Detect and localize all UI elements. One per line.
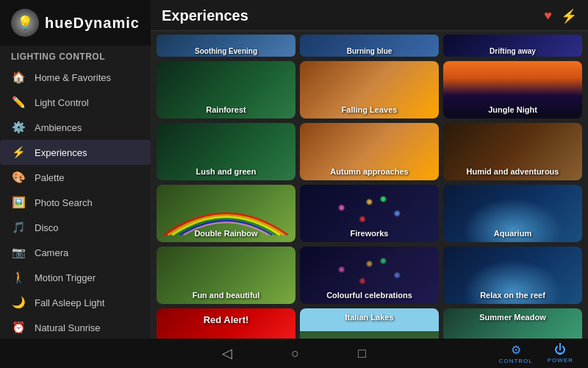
bottom-right-controls: ⚙ CONTROL ⏻ POWER xyxy=(499,343,573,364)
sidebar-item-light-control[interactable]: ✏️ Light Control xyxy=(0,90,151,115)
sidebar-item-camera[interactable]: 📷 Camera xyxy=(0,240,151,265)
grid-item-label: Fireworks xyxy=(300,229,439,238)
control-label: CONTROL xyxy=(499,358,533,364)
bottom-bar: ◁ ○ □ ⚙ CONTROL ⏻ POWER xyxy=(0,339,588,368)
grid-item-aquarium[interactable]: Aquarium xyxy=(443,185,582,242)
sidebar-item-fall-asleep[interactable]: 🌙 Fall Asleep Light xyxy=(0,290,151,315)
power-label: POWER xyxy=(548,357,573,364)
palette-icon: 🎨 xyxy=(11,171,26,184)
main-header: Experiences ♥ ⚡ xyxy=(151,0,588,31)
grid-item-label: Colourful celebrations xyxy=(300,291,439,300)
camera-icon: 📷 xyxy=(11,246,26,259)
grid-item-label: Autumn approaches xyxy=(300,167,439,176)
grid-item-burning-blue[interactable]: Burning blue xyxy=(300,35,439,57)
grid-item-label: Fun and beautiful xyxy=(157,291,295,300)
power-button[interactable]: ⏻ POWER xyxy=(548,343,573,364)
photo-icon: 🖼️ xyxy=(11,196,26,209)
grid-item-humid[interactable]: Humid and adventurous xyxy=(443,123,582,180)
sidebar-item-home[interactable]: 🏠 Home & Favorites xyxy=(0,65,151,90)
grid-item-label: Aquarium xyxy=(443,229,582,238)
grid-item-autumn[interactable]: Autumn approaches xyxy=(300,123,439,180)
grid-item-title: Summer Meadow xyxy=(443,313,582,322)
sidebar-item-label: Motion Trigger xyxy=(35,272,96,283)
grid-item-lush-green[interactable]: Lush and green xyxy=(157,123,295,180)
grid-item-rainforest[interactable]: Rainforest xyxy=(157,61,295,118)
sidebar-item-natural-sunrise[interactable]: ⏰ Natural Sunrise xyxy=(0,315,151,340)
heart-icon[interactable]: ♥ xyxy=(544,8,552,24)
control-button[interactable]: ⚙ CONTROL xyxy=(499,343,533,364)
experiences-grid: Rainforest Falling Leaves Jungle Night L… xyxy=(157,61,582,368)
sidebar-item-label: Experiences xyxy=(35,147,87,158)
sidebar-logo: 💡 hueDynamic xyxy=(0,0,151,46)
sidebar-item-label: Photo Search xyxy=(35,197,93,208)
grid-item-label: Lush and green xyxy=(157,167,295,176)
moon-icon: 🌙 xyxy=(11,296,26,309)
home-icon: 🏠 xyxy=(11,71,26,84)
power-icon: ⏻ xyxy=(554,343,566,356)
page-title: Experiences xyxy=(162,7,248,24)
sidebar-item-motion-trigger[interactable]: 🚶 Motion Trigger xyxy=(0,265,151,290)
sidebar-item-palette[interactable]: 🎨 Palette xyxy=(0,165,151,190)
grid-item-title: Italian Lakes xyxy=(300,313,439,322)
walk-icon: 🚶 xyxy=(11,271,26,284)
sidebar-item-disco[interactable]: 🎵 Disco xyxy=(0,215,151,240)
sidebar-item-label: Fall Asleep Light xyxy=(35,297,104,308)
recents-button[interactable]: □ xyxy=(358,346,366,361)
bolt-icon: ⚡ xyxy=(11,146,26,159)
bulb-icon: 💡 xyxy=(17,15,33,31)
grid-item-fun-beautiful[interactable]: Fun and beautiful xyxy=(157,247,295,304)
grid-item-fireworks[interactable]: Fireworks xyxy=(300,185,439,242)
gear-icon: ⚙️ xyxy=(11,121,26,134)
sidebar-item-label: Camera xyxy=(35,247,68,258)
grid-item-falling-leaves[interactable]: Falling Leaves xyxy=(300,61,439,118)
grid-item-label: Burning blue xyxy=(300,47,439,55)
grid-item-jungle-night[interactable]: Jungle Night xyxy=(443,61,582,118)
partial-grid-row: Soothing Evening Burning blue Drifting a… xyxy=(157,35,582,57)
sidebar-item-label: Ambiences xyxy=(35,122,82,133)
sidebar: 💡 hueDynamic Lighting Control 🏠 Home & F… xyxy=(0,0,151,368)
sidebar-item-label: Palette xyxy=(35,172,64,183)
grid-item-colourful[interactable]: Colourful celebrations xyxy=(300,247,439,304)
grid-item-soothing-evening[interactable]: Soothing Evening xyxy=(157,35,295,57)
sidebar-item-experiences[interactable]: ⚡ Experiences xyxy=(0,140,151,165)
grid-item-relax-reef[interactable]: Relax on the reef xyxy=(443,247,582,304)
grid-item-double-rainbow[interactable]: Double Rainbow xyxy=(157,185,295,242)
sidebar-item-label: Light Control xyxy=(35,97,89,108)
grid-item-title: Red Alert! xyxy=(157,314,295,325)
grid-item-label: Soothing Evening xyxy=(157,47,295,55)
sidebar-item-label: Home & Favorites xyxy=(35,72,111,83)
grid-item-label: Rainforest xyxy=(157,105,295,114)
music-icon: 🎵 xyxy=(11,221,26,234)
clock-icon: ⏰ xyxy=(11,321,26,334)
grid-item-label: Falling Leaves xyxy=(300,105,439,114)
header-icons: ♥ ⚡ xyxy=(544,8,577,24)
sidebar-item-ambiences[interactable]: ⚙️ Ambiences xyxy=(0,115,151,140)
bottom-navigation: ◁ ○ □ xyxy=(222,345,366,361)
home-button[interactable]: ○ xyxy=(291,346,299,361)
pencil-icon: ✏️ xyxy=(11,96,26,109)
experiences-grid-container: Soothing Evening Burning blue Drifting a… xyxy=(151,31,588,368)
grid-item-label: Relax on the reef xyxy=(443,291,582,300)
flash-icon[interactable]: ⚡ xyxy=(561,8,577,24)
grid-item-label: Jungle Night xyxy=(443,105,582,114)
back-button[interactable]: ◁ xyxy=(222,345,232,361)
main-content: Experiences ♥ ⚡ Soothing Evening Burning… xyxy=(151,0,588,368)
grid-item-drifting-away[interactable]: Drifting away xyxy=(443,35,582,57)
logo-icon: 💡 xyxy=(11,9,39,37)
grid-item-label: Drifting away xyxy=(443,47,582,55)
logo-text: hueDynamic xyxy=(45,15,140,32)
sidebar-item-label: Disco xyxy=(35,222,59,233)
sidebar-item-photo-search[interactable]: 🖼️ Photo Search xyxy=(0,190,151,215)
grid-item-label: Double Rainbow xyxy=(157,229,295,238)
control-icon: ⚙ xyxy=(511,343,521,357)
sidebar-section-label: Lighting Control xyxy=(0,46,151,65)
sidebar-item-label: Natural Sunrise xyxy=(35,322,101,333)
grid-item-label: Humid and adventurous xyxy=(443,167,582,176)
